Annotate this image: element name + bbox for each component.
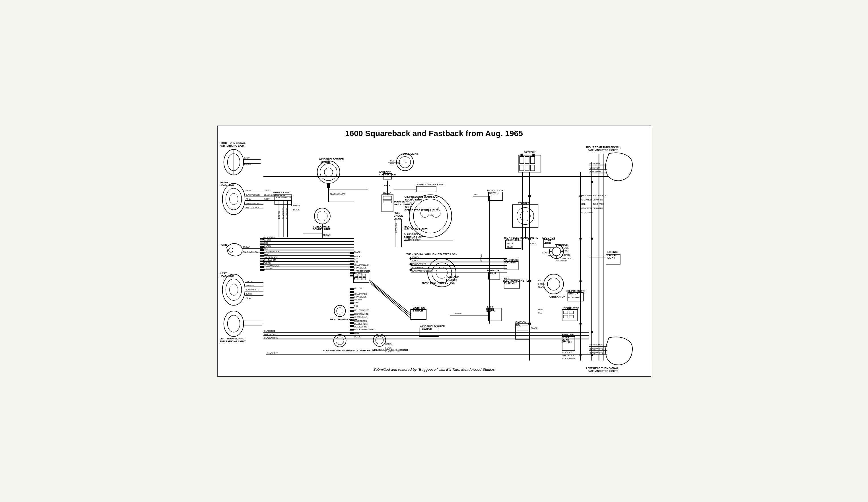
svg-point-363: [579, 238, 581, 240]
svg-text:GREEN: GREEN: [293, 204, 300, 206]
starter-component: STARTER: [513, 202, 538, 238]
svg-text:BLACK/YELLOW: BLACK/YELLOW: [330, 193, 345, 195]
svg-text:GRAY/RED: GRAY/RED: [562, 257, 572, 259]
svg-rect-161: [519, 156, 524, 163]
svg-line-260: [370, 282, 411, 315]
svg-text:GRAY: GRAY: [264, 253, 270, 255]
svg-text:WHITE/BLACK: WHITE/BLACK: [354, 315, 367, 318]
svg-rect-380: [260, 263, 264, 265]
svg-text:RIGHT REAR TURN SIGNAL,: RIGHT REAR TURN SIGNAL,: [586, 145, 621, 148]
svg-text:BLUE/WHITE: BLUE/WHITE: [264, 259, 276, 261]
svg-point-356: [410, 263, 412, 265]
svg-text:FUEL: FUEL: [393, 211, 400, 214]
svg-text:BROWN: BROWN: [354, 299, 362, 301]
diagram-area: RIGHT TURN SIGNAL AND PARKING LIGHT GRAY…: [218, 140, 651, 374]
svg-text:WARN. LIGHTS: WARN. LIGHTS: [393, 203, 412, 205]
svg-text:GRAY/BLACK: GRAY/BLACK: [405, 238, 417, 240]
svg-text:RED: RED: [474, 194, 478, 195]
svg-rect-406: [350, 332, 354, 334]
svg-text:SWITCH: SWITCH: [488, 192, 498, 195]
svg-rect-371: [260, 238, 264, 240]
svg-rect-373: [260, 243, 264, 245]
svg-text:BROWN: BROWN: [323, 234, 330, 236]
svg-point-362: [579, 195, 581, 197]
antenna-connection: ANTENNA CONNECTION: [379, 171, 396, 179]
svg-rect-403: [350, 322, 354, 324]
svg-rect-388: [350, 266, 354, 268]
svg-text:BLACK/WHITE: BLACK/WHITE: [562, 357, 575, 359]
svg-text:GRAY/RED: GRAY/RED: [395, 223, 396, 233]
svg-text:COIL: COIL: [516, 323, 522, 326]
svg-rect-397: [350, 302, 354, 304]
svg-text:BLACK: BLACK: [354, 335, 360, 338]
svg-text:GRAY/RED: GRAY/RED: [592, 199, 603, 200]
svg-rect-374: [260, 246, 264, 248]
left-door-switch: LEFT DOOR SWITCH: [486, 305, 501, 321]
svg-text:GENERATOR: GENERATOR: [549, 295, 566, 298]
svg-point-45: [227, 315, 240, 332]
svg-text:SWITCH: SWITCH: [561, 340, 571, 343]
svg-text:SPEEDOMETER LIGHT: SPEEDOMETER LIGHT: [417, 183, 445, 186]
svg-text:BLACK: BLACK: [264, 239, 270, 241]
svg-point-55: [324, 168, 333, 176]
svg-text:BLACK: BLACK: [529, 243, 536, 244]
svg-text:SWITCH: SWITCH: [486, 310, 496, 313]
svg-text:BLACK/RED: BLACK/RED: [581, 211, 592, 213]
svg-point-105: [375, 336, 383, 344]
svg-text:OIL PRESSURE WARN. LIGHT: OIL PRESSURE WARN. LIGHT: [404, 195, 441, 198]
svg-point-369: [591, 331, 593, 333]
svg-text:LIGHT: LIGHT: [607, 256, 615, 259]
svg-text:LEFT: LEFT: [220, 272, 227, 274]
instrument-cluster: TURN SIGNAL WARN. LIGHTS FUEL GAUGE LIGH…: [393, 195, 452, 241]
svg-rect-404: [350, 325, 354, 327]
svg-text:IGNITION: IGNITION: [515, 321, 526, 323]
svg-text:YELLOW/BLACK: YELLOW/BLACK: [354, 264, 369, 266]
svg-rect-163: [530, 156, 535, 163]
svg-text:GRAY: GRAY: [246, 297, 251, 299]
svg-rect-400: [350, 314, 354, 315]
svg-text:CHOKES: CHOKES: [505, 261, 516, 264]
svg-text:BLACK/WHITE/GREEN: BLACK/WHITE/GREEN: [354, 328, 375, 330]
svg-text:BLACK: BLACK: [264, 245, 270, 247]
svg-text:GREEN: GREEN: [538, 283, 545, 285]
svg-text:GRAY: GRAY: [246, 190, 251, 192]
svg-text:PILOT JET: PILOT JET: [504, 281, 517, 284]
svg-rect-94: [355, 277, 358, 280]
svg-point-359: [528, 237, 531, 240]
svg-point-99: [336, 308, 343, 314]
svg-text:YELLOW: YELLOW: [264, 267, 272, 269]
svg-text:BLUE/GREEN: BLUE/GREEN: [354, 320, 367, 322]
svg-text:BLACK/RED: BLACK/RED: [264, 236, 275, 238]
svg-text:PARK AND STOP LIGHTS: PARK AND STOP LIGHTS: [588, 370, 618, 372]
luggage-comp-light-switch: LUGGAGE COMP. LIGHT SWITCH: [560, 333, 575, 351]
svg-point-360: [528, 280, 531, 282]
right-headlamp-component: RIGHT HEADLAMP GRAY BLACK/GREEN GRAY YEL…: [219, 181, 263, 214]
svg-rect-398: [350, 307, 354, 308]
svg-text:BLACK/RED: BLACK/RED: [562, 352, 573, 354]
svg-rect-393: [350, 291, 354, 293]
svg-text:BATTERY: BATTERY: [524, 151, 535, 153]
svg-line-259: [369, 280, 411, 313]
svg-text:BLACK: BLACK: [354, 251, 360, 253]
svg-point-370: [591, 354, 593, 356]
svg-rect-377: [260, 255, 264, 257]
svg-text:SWITCH: SWITCH: [422, 327, 432, 330]
svg-text:GREEN: GREEN: [385, 343, 392, 345]
svg-text:BROWN: BROWN: [243, 246, 250, 248]
svg-rect-378: [260, 258, 264, 259]
svg-text:GREEN: GREEN: [562, 250, 569, 252]
svg-text:FUEL GAUGE: FUEL GAUGE: [313, 225, 329, 228]
svg-rect-385: [350, 258, 354, 259]
svg-rect-379: [260, 260, 264, 262]
svg-rect-164: [519, 165, 524, 171]
svg-text:GAUGE: GAUGE: [393, 214, 403, 217]
svg-text:BLACK: BLACK: [562, 247, 568, 249]
fuel-gauge-sender: FUEL GAUGE SENDER UNIT: [303, 208, 330, 233]
svg-text:RIGHT: RIGHT: [220, 181, 228, 184]
svg-rect-381: [260, 266, 264, 268]
footer-text: Submitted and restored by "Buggeezer" ak…: [373, 367, 495, 372]
svg-point-367: [591, 181, 593, 183]
svg-rect-390: [350, 272, 354, 273]
svg-text:YELLOW/RED: YELLOW/RED: [354, 293, 367, 295]
svg-text:BROWN: BROWN: [411, 256, 419, 258]
